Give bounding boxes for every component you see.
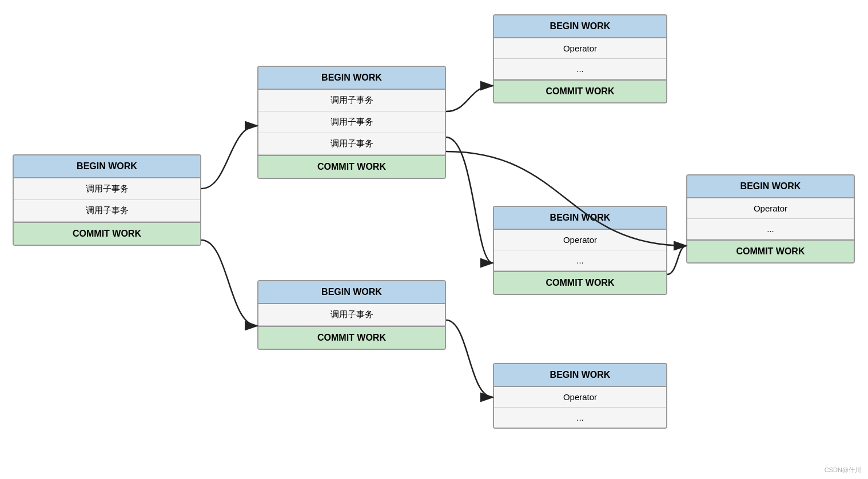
box7-footer: COMMIT WORK [687, 240, 854, 262]
box3-row1: 调用子事务 [258, 304, 445, 326]
box2: BEGIN WORK 调用子事务 调用子事务 调用子事务 COMMIT WORK [257, 66, 446, 179]
box3-footer: COMMIT WORK [258, 326, 445, 349]
box2-row3: 调用子事务 [258, 133, 445, 155]
box2-row2: 调用子事务 [258, 111, 445, 133]
watermark: CSDN@什川 [825, 466, 861, 474]
box2-row1: 调用子事务 [258, 90, 445, 111]
arrow-box1-to-box3 [201, 240, 257, 326]
box1-row2: 调用子事务 [14, 200, 200, 222]
arrow-box2-to-box4 [446, 86, 493, 111]
box6-header: BEGIN WORK [494, 364, 666, 387]
arrow-box1-to-box2 [201, 126, 257, 189]
arrow-box2-to-box5 [446, 137, 493, 263]
box1-footer: COMMIT WORK [14, 222, 200, 245]
box4-row2: ... [494, 59, 666, 79]
box5-footer: COMMIT WORK [494, 271, 666, 294]
box1-header: BEGIN WORK [14, 155, 200, 178]
box6: BEGIN WORK Operator ... [493, 363, 667, 429]
box4-row1: Operator [494, 38, 666, 59]
box5-header: BEGIN WORK [494, 207, 666, 230]
box3: BEGIN WORK 调用子事务 COMMIT WORK [257, 280, 446, 350]
box7: BEGIN WORK Operator ... COMMIT WORK [686, 174, 855, 264]
box5: BEGIN WORK Operator ... COMMIT WORK [493, 206, 667, 295]
box4: BEGIN WORK Operator ... COMMIT WORK [493, 14, 667, 103]
box5-row2: ... [494, 250, 666, 271]
box2-header: BEGIN WORK [258, 67, 445, 90]
box1: BEGIN WORK 调用子事务 调用子事务 COMMIT WORK [13, 154, 201, 246]
diagram-container: BEGIN WORK 调用子事务 调用子事务 COMMIT WORK BEGIN… [0, 0, 868, 479]
box6-row2: ... [494, 408, 666, 428]
arrow-box5-to-box7 [667, 246, 686, 274]
arrow-box3-to-box6 [446, 320, 493, 397]
box7-row2: ... [687, 219, 854, 240]
box6-row1: Operator [494, 387, 666, 408]
box5-row1: Operator [494, 230, 666, 250]
box4-footer: COMMIT WORK [494, 79, 666, 102]
box2-footer: COMMIT WORK [258, 155, 445, 178]
box4-header: BEGIN WORK [494, 15, 666, 38]
box7-header: BEGIN WORK [687, 175, 854, 198]
box7-row1: Operator [687, 198, 854, 219]
box1-row1: 调用子事务 [14, 178, 200, 200]
box3-header: BEGIN WORK [258, 281, 445, 304]
